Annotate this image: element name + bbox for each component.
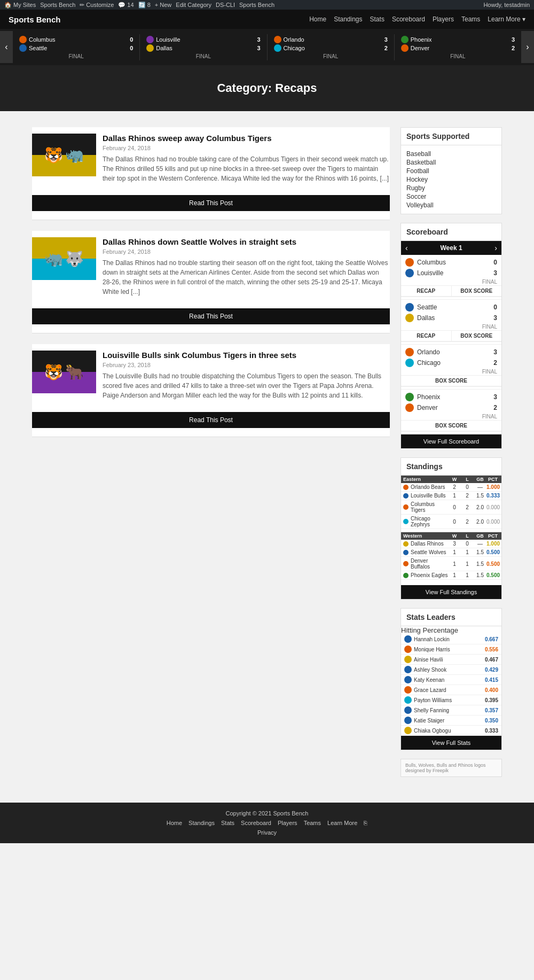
sport-volleyball[interactable]: Volleyball (406, 201, 496, 209)
ticker-final-2: FINAL (272, 53, 390, 59)
ticker-team-louisville: Louisville (156, 36, 252, 43)
stats-name-2: Ainise Havili (414, 657, 479, 663)
thumb-animal-rhino2: 🦏 (44, 250, 63, 268)
footer-teams[interactable]: Teams (304, 820, 321, 826)
standings-title: Standings (401, 458, 501, 476)
scoreboard-widget: Scoreboard ‹ Week 1 › Columbus 0 Louisvi… (400, 223, 502, 449)
stats-value-2: 0.467 (479, 657, 498, 663)
footer-privacy-link[interactable]: Privacy (257, 829, 277, 836)
standings-eastern-header: Eastern W L GB PCT (401, 476, 501, 483)
admin-new[interactable]: + New (155, 2, 172, 8)
score-game-1: Seattle 0 Dallas 3 FINAL RECAP BOX SCORE (401, 300, 501, 345)
footer-privacy: Privacy (7, 829, 527, 836)
ticker-team-denver: Denver (411, 45, 506, 51)
score-val-columbus: 0 (486, 259, 497, 266)
score-week-next[interactable]: › (494, 244, 497, 252)
standings-name-dallas2: Dallas Rhinos (411, 541, 448, 547)
score-name-columbus: Columbus (417, 259, 486, 266)
footer-standings[interactable]: Standings (189, 820, 215, 826)
thumb-animal-tiger: 🐯 (44, 146, 63, 164)
ticker-prev[interactable]: ‹ (0, 31, 13, 63)
footer-copyright: Copyright © 2021 Sports Bench (7, 810, 527, 816)
stats-value-9: 0.333 (479, 728, 498, 734)
admin-updates[interactable]: 🔄 8 (138, 2, 151, 9)
admin-sports-bench[interactable]: Sports Bench (40, 2, 75, 8)
score-recap-0[interactable]: RECAP (401, 286, 452, 296)
post-content-2: Louisville Bulls sink Columbus Tigers in… (103, 351, 390, 400)
score-actions-1: RECAP BOX SCORE (401, 330, 501, 342)
score-week-prev[interactable]: ‹ (405, 244, 408, 252)
score-boxscore-1[interactable]: BOX SCORE (452, 331, 502, 341)
footer-stats[interactable]: Stats (221, 820, 234, 826)
read-more-btn-2[interactable]: Read This Post (32, 412, 390, 428)
stats-icon-7 (404, 706, 412, 714)
sport-soccer[interactable]: Soccer (406, 192, 496, 201)
post-excerpt-1: The Dallas Rhinos had no trouble startin… (103, 258, 390, 297)
stats-name-5: Grace Lazard (414, 687, 479, 693)
score-recap-1[interactable]: RECAP (401, 331, 452, 341)
footer-home[interactable]: Home (167, 820, 182, 826)
stats-icon-8 (404, 717, 412, 724)
post-title-1: Dallas Rhinos down Seattle Wolves in str… (103, 237, 390, 246)
score-boxscore-2[interactable]: BOX SCORE (401, 375, 501, 387)
post-thumb-img-2: 🐯 🐂 (32, 351, 96, 393)
standings-gb-seattle2: 1.5 (474, 549, 486, 555)
footer-players[interactable]: Players (278, 820, 297, 826)
nav-teams[interactable]: Teams (461, 15, 480, 23)
standings-l-columbus2: 2 (461, 504, 474, 510)
view-full-stats-btn[interactable]: View Full Stats (401, 736, 501, 750)
stats-name-9: Chiaka Ogbogu (414, 728, 479, 734)
admin-customize[interactable]: ✏ Customize (80, 2, 114, 9)
site-title[interactable]: Sports Bench (9, 15, 61, 24)
admin-edit-category[interactable]: Edit Category (176, 2, 211, 8)
score-boxscore-0[interactable]: BOX SCORE (452, 286, 502, 296)
nav-scoreboard[interactable]: Scoreboard (392, 15, 425, 23)
admin-comments[interactable]: 💬 14 (118, 2, 134, 9)
admin-my-sites[interactable]: 🏠 My Sites (4, 2, 36, 9)
standings-l-orlando: 0 (461, 484, 474, 490)
ticker-icon-denver (401, 44, 409, 52)
score-boxscore-3[interactable]: BOX SCORE (401, 420, 501, 432)
standings-col-gb-e: GB (474, 477, 486, 482)
nav-players[interactable]: Players (433, 15, 454, 23)
read-more-btn-0[interactable]: Read This Post (32, 195, 390, 211)
rss-icon[interactable]: ⎘ (364, 820, 367, 826)
view-full-standings-btn[interactable]: View Full Standings (401, 585, 501, 599)
admin-sports-bench2[interactable]: Sports Bench (239, 2, 274, 8)
sidebar: Sports Supported Baseball Basketball Foo… (400, 127, 502, 781)
ticker-score-phoenix: 3 (506, 36, 515, 43)
sports-supported-body: Baseball Basketball Football Hockey Rugb… (401, 145, 501, 214)
footer-scoreboard[interactable]: Scoreboard (241, 820, 271, 826)
ticker-next[interactable]: › (521, 31, 534, 63)
admin-bar-right: Howdy, testadmin (483, 2, 530, 8)
nav-home[interactable]: Home (309, 15, 326, 23)
nav-stats[interactable]: Stats (370, 15, 384, 23)
standings-row-denver2: Denver Buffalos 1 1 1.5 0.500 (401, 557, 501, 571)
footer-learn-more[interactable]: Learn More (327, 820, 357, 826)
admin-ds-cli[interactable]: DS-CLI (216, 2, 235, 8)
standings-row-chicago2: Chicago Zephrys 0 2 2.0 0.000 (401, 515, 501, 529)
post-excerpt-0: The Dallas Rhinos had no trouble taking … (103, 154, 390, 183)
standings-western-header: Western W L GB PCT (401, 532, 501, 540)
attribution-text: Bulls, Wolves, Bulls and Rhinos logos de… (405, 763, 485, 773)
stats-name-7: Shelly Fanning (414, 707, 479, 713)
read-more-btn-1[interactable]: Read This Post (32, 308, 390, 324)
ticker-score-seattle: 0 (124, 45, 133, 51)
sport-basketball[interactable]: Basketball (406, 158, 496, 167)
sport-baseball[interactable]: Baseball (406, 150, 496, 158)
sport-rugby[interactable]: Rugby (406, 184, 496, 192)
standings-eastern-label: Eastern (403, 477, 448, 482)
standings-icon-dallas2 (403, 541, 409, 547)
standings-pct-dallas2: 1.000 (486, 541, 499, 547)
view-full-scoreboard-btn[interactable]: View Full Scoreboard (401, 434, 501, 448)
sport-football[interactable]: Football (406, 167, 496, 175)
standings-pct-seattle2: 0.500 (486, 549, 499, 555)
standings-gb-dallas2: — (474, 541, 486, 547)
ticker-icon-phoenix (401, 36, 409, 43)
sport-hockey[interactable]: Hockey (406, 175, 496, 184)
standings-pct-orlando: 1.000 (486, 484, 499, 490)
nav-learn-more[interactable]: Learn More ▾ (488, 15, 525, 23)
standings-row-seattle2: Seattle Wolves 1 1 1.5 0.500 (401, 548, 501, 557)
nav-standings[interactable]: Standings (334, 15, 362, 23)
standings-w-denver2: 1 (448, 561, 461, 567)
